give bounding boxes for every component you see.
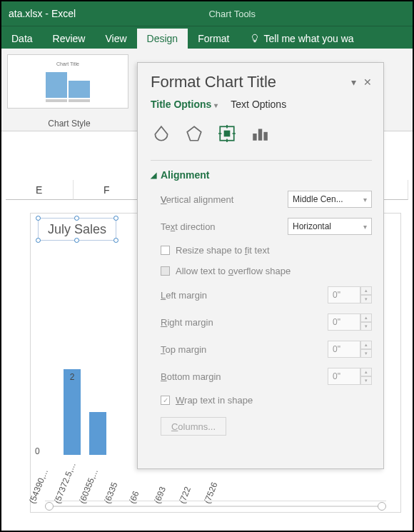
effects-icon[interactable] <box>183 123 205 144</box>
col-header[interactable]: E <box>6 180 74 200</box>
tab-data[interactable]: Data <box>1 29 43 49</box>
selection-handle[interactable] <box>36 216 41 221</box>
pane-category-icons <box>151 123 372 144</box>
tell-me-search[interactable]: Tell me what you wa <box>240 29 364 49</box>
bar-value-label: 2 <box>64 372 81 382</box>
allow-overflow-checkbox: Allow text to overflow shape <box>151 266 372 276</box>
pane-title: Format Chart Title <box>151 73 276 91</box>
wrap-text-checkbox: Wrap text in shape <box>151 395 372 406</box>
alignment-label: Alignment <box>161 169 209 181</box>
format-chart-title-pane[interactable]: Format Chart Title ▾ ✕ Title Options▾ Te… <box>137 62 384 469</box>
left-margin-spinner: 0" ▴▾ <box>328 286 372 303</box>
bottom-margin-spinner: 0" ▴▾ <box>328 368 372 385</box>
size-properties-icon[interactable] <box>216 123 238 144</box>
pane-tab-title-options[interactable]: Title Options▾ <box>151 99 218 113</box>
text-direction-label: Text direction <box>161 221 288 232</box>
tab-design[interactable]: Design <box>137 29 188 49</box>
chart-title-text: July Sales <box>48 222 106 237</box>
collapse-triangle-icon: ◢ <box>151 171 156 180</box>
x-label: (54390,... <box>27 488 41 505</box>
bar[interactable]: 2 <box>64 369 81 455</box>
resize-shape-checkbox: Resize shape to fit text <box>151 245 372 256</box>
bar[interactable] <box>89 412 106 455</box>
top-margin-label: Top margin <box>161 344 328 355</box>
alignment-section-header[interactable]: ◢ Alignment <box>151 169 372 181</box>
selection-handle[interactable] <box>113 238 118 243</box>
vertical-alignment-dropdown[interactable]: Middle Cen...▾ <box>288 191 372 208</box>
chart-horizontal-scrollbar[interactable] <box>45 501 386 511</box>
selection-handle[interactable] <box>74 238 79 243</box>
columns-button: Columns... <box>161 417 226 436</box>
ribbon-group-label: Chart Style <box>1 119 137 129</box>
selection-handle[interactable] <box>113 216 118 221</box>
vertical-alignment-label: VVertical alignment <box>161 194 288 205</box>
chart-title-textbox[interactable]: July Sales <box>38 218 116 241</box>
pane-tab-text-options[interactable]: Text Options <box>231 99 286 113</box>
selection-handle[interactable] <box>74 216 79 221</box>
bars-icon[interactable] <box>249 123 271 144</box>
fill-line-icon[interactable] <box>151 123 172 144</box>
title-bar: ata.xlsx - Excel Chart Tools <box>1 1 413 26</box>
checkbox-icon <box>161 246 170 255</box>
left-margin-label: Left margin <box>161 290 328 301</box>
tab-review[interactable]: Review <box>43 29 96 49</box>
window-title: ata.xlsx - Excel <box>9 8 76 19</box>
checkbox-icon <box>161 396 170 405</box>
pane-menu-icon[interactable]: ▾ <box>351 76 356 88</box>
bars: 2 <box>38 269 106 455</box>
svg-marker-0 <box>187 126 201 141</box>
svg-rect-5 <box>263 132 267 141</box>
bottom-margin-label: Bottom margin <box>161 371 328 382</box>
right-margin-label: Right margin <box>161 317 328 328</box>
lightbulb-icon <box>250 34 260 44</box>
tab-format[interactable]: Format <box>188 29 239 49</box>
ribbon-tabs: Data Review View Design Format Tell me w… <box>1 26 413 49</box>
right-margin-spinner: 0" ▴▾ <box>328 313 372 331</box>
scroll-thumb[interactable] <box>45 502 54 511</box>
chart-thumb-title: Chart Title <box>56 61 79 66</box>
y-axis-zero: 0 <box>35 446 40 456</box>
col-header[interactable]: F <box>74 180 141 200</box>
tell-me-label: Tell me what you wa <box>264 33 354 44</box>
svg-rect-3 <box>253 134 256 141</box>
context-tab-label: Chart Tools <box>208 9 256 19</box>
chart-style-thumbnail[interactable]: Chart Title <box>7 54 128 109</box>
svg-rect-2 <box>224 131 231 137</box>
svg-rect-4 <box>258 129 262 141</box>
checkbox-icon <box>161 266 170 276</box>
tab-view[interactable]: View <box>95 29 136 49</box>
pane-close-icon[interactable]: ✕ <box>363 76 372 88</box>
top-margin-spinner: 0" ▴▾ <box>328 341 372 358</box>
scroll-thumb[interactable] <box>378 502 386 511</box>
selection-handle[interactable] <box>36 238 41 243</box>
text-direction-dropdown[interactable]: Horizontal▾ <box>288 218 372 235</box>
